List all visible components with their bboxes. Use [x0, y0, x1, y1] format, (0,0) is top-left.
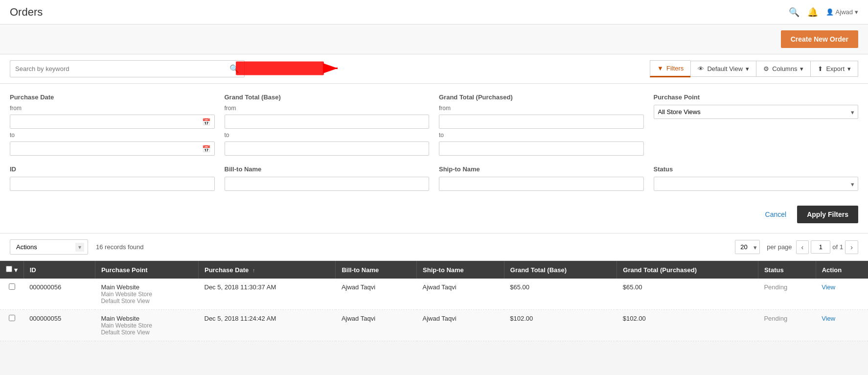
select-all-checkbox[interactable]: [6, 266, 12, 272]
per-page-select-wrap: 20 30 50 ▾: [735, 240, 760, 254]
purchase-date-to-input[interactable]: [10, 142, 198, 155]
col-header-id: ID: [23, 261, 95, 279]
chevron-down-icon: ▾: [800, 65, 803, 72]
purchase-point-label: Purchase Point: [654, 94, 859, 101]
next-page-button[interactable]: ›: [845, 240, 858, 254]
table-row: 000000055 Main Website Main Website Stor…: [0, 310, 868, 341]
row-status: Pending: [758, 279, 816, 310]
filter-ship-to-name: Ship-to Name: [439, 165, 644, 191]
row-checkbox[interactable]: [9, 315, 15, 321]
page-of-label: of: [832, 243, 838, 251]
col-header-purchase-date[interactable]: Purchase Date ↑: [199, 261, 336, 279]
row-ship-to-name: Ajwad Taqvi: [417, 279, 504, 310]
row-action: View: [816, 310, 868, 341]
gear-icon: ⚙: [763, 65, 769, 72]
purchase-date-from-input[interactable]: [10, 115, 198, 128]
row-grand-total-base: $102.00: [504, 310, 617, 341]
chevron-down-icon-select[interactable]: ▾: [14, 266, 18, 274]
filter-status: Status: [654, 165, 859, 191]
cancel-filter-button[interactable]: Cancel: [759, 207, 793, 222]
prev-page-button[interactable]: ‹: [796, 240, 809, 254]
grand-total-purchased-label: Grand Total (Purchased): [439, 94, 644, 101]
current-page-input[interactable]: [811, 240, 830, 254]
filter-actions: Cancel Apply Filters: [10, 201, 858, 228]
default-view-button[interactable]: 👁 Default View ▾: [690, 61, 756, 77]
search-submit-button[interactable]: 🔍: [225, 61, 244, 77]
id-label: ID: [10, 165, 215, 173]
calendar-icon[interactable]: 📅: [198, 116, 214, 128]
records-count: 16 records found: [96, 243, 144, 251]
row-grand-total-purchased: $102.00: [617, 310, 758, 341]
table-header-row: ▾ ID Purchase Point Purchase Date ↑ Bill…: [0, 261, 868, 279]
actions-select-wrap: Actions ▾: [10, 239, 88, 255]
select-all-header: ▾: [0, 261, 23, 279]
grand-total-base-from-input[interactable]: [225, 115, 430, 129]
eye-icon: 👁: [698, 65, 704, 72]
grand-total-purchased-to-input[interactable]: [439, 141, 644, 156]
from-label: from: [10, 105, 215, 112]
row-bill-to-name: Ajwad Taqvi: [336, 279, 417, 310]
table-row: 000000056 Main Website Main Website Stor…: [0, 279, 868, 310]
row-checkbox-cell: [0, 279, 23, 310]
row-purchase-date: Dec 5, 2018 11:30:37 AM: [199, 279, 336, 310]
user-menu[interactable]: 👤 Ajwad ▾: [826, 8, 858, 16]
view-link[interactable]: View: [822, 315, 835, 322]
calendar-icon-2[interactable]: 📅: [198, 143, 214, 155]
filter-icon: ▼: [657, 65, 663, 72]
row-action: View: [816, 279, 868, 310]
row-purchase-point: Main Website Main Website Store Default …: [95, 279, 198, 310]
status-label: Status: [654, 165, 859, 173]
export-button[interactable]: ⬆ Export ▾: [810, 61, 858, 77]
row-checkbox[interactable]: [9, 283, 15, 290]
filter-row-2: ID Bill-to Name Ship-to Name Status: [10, 165, 858, 191]
username: Ajwad: [836, 8, 853, 16]
create-order-button[interactable]: Create New Order: [781, 30, 858, 48]
sort-icon: ↑: [252, 267, 255, 273]
purchase-point-select-wrap: All Store Views: [654, 105, 859, 119]
search-toolbar: 🔍 ▼ Filters 👁 Default View ▾ ⚙ Columns ▾: [0, 54, 868, 84]
grid-toolbar: Actions ▾ 16 records found 20 30 50 ▾ pe…: [0, 234, 868, 261]
col-header-grand-total-purchased: Grand Total (Purchased): [617, 261, 758, 279]
bill-to-name-input[interactable]: [225, 177, 430, 191]
grid-toolbar-right: 20 30 50 ▾ per page ‹ of 1 ›: [735, 240, 858, 254]
red-arrow-svg: [235, 57, 343, 79]
to-label-3: to: [439, 132, 644, 139]
table-header: ▾ ID Purchase Point Purchase Date ↑ Bill…: [0, 261, 868, 279]
purchase-point-select[interactable]: All Store Views: [654, 105, 859, 119]
grid-toolbar-left: Actions ▾ 16 records found: [10, 239, 144, 255]
search-icon[interactable]: 🔍: [789, 7, 799, 18]
row-bill-to-name: Ajwad Taqvi: [336, 310, 417, 341]
status-select[interactable]: [654, 177, 859, 191]
chevron-down-icon: ▾: [855, 8, 858, 16]
total-pages: 1: [840, 243, 843, 251]
grand-total-base-range: from to: [225, 105, 430, 156]
per-page-select[interactable]: 20 30 50: [735, 240, 760, 254]
col-header-bill-to-name: Bill-to Name: [336, 261, 417, 279]
filter-panel: Purchase Date from 📅 to 📅 Grand Total (B…: [0, 84, 868, 234]
actions-select[interactable]: Actions: [10, 239, 88, 255]
bell-icon[interactable]: 🔔: [807, 7, 818, 18]
col-header-ship-to-name: Ship-to Name: [417, 261, 504, 279]
columns-button[interactable]: ⚙ Columns ▾: [756, 61, 810, 77]
filter-grand-total-base: Grand Total (Base) from to: [225, 94, 430, 156]
grand-total-base-to-input[interactable]: [225, 141, 430, 156]
toolbar-right: ▼ Filters 👁 Default View ▾ ⚙ Columns ▾ ⬆…: [650, 60, 858, 77]
col-header-action: Action: [816, 261, 868, 279]
apply-filters-button[interactable]: Apply Filters: [797, 206, 858, 223]
id-input[interactable]: [10, 177, 215, 191]
filter-grand-total-purchased: Grand Total (Purchased) from to: [439, 94, 644, 156]
view-link[interactable]: View: [822, 283, 835, 291]
grand-total-purchased-from-input[interactable]: [439, 115, 644, 129]
search-input[interactable]: [10, 62, 225, 76]
chevron-down-icon: ▾: [847, 65, 851, 72]
chevron-down-icon: ▾: [746, 65, 749, 72]
per-page-label: per page: [767, 243, 792, 251]
col-header-grand-total-base: Grand Total (Base): [504, 261, 617, 279]
filter-purchase-date: Purchase Date from 📅 to 📅: [10, 94, 215, 156]
orders-table: ▾ ID Purchase Point Purchase Date ↑ Bill…: [0, 261, 868, 341]
header-icons: 🔍 🔔 👤 Ajwad ▾: [789, 7, 858, 18]
col-header-status: Status: [758, 261, 816, 279]
to-label: to: [10, 132, 215, 139]
filters-button[interactable]: ▼ Filters: [650, 60, 690, 77]
ship-to-name-input[interactable]: [439, 177, 644, 191]
